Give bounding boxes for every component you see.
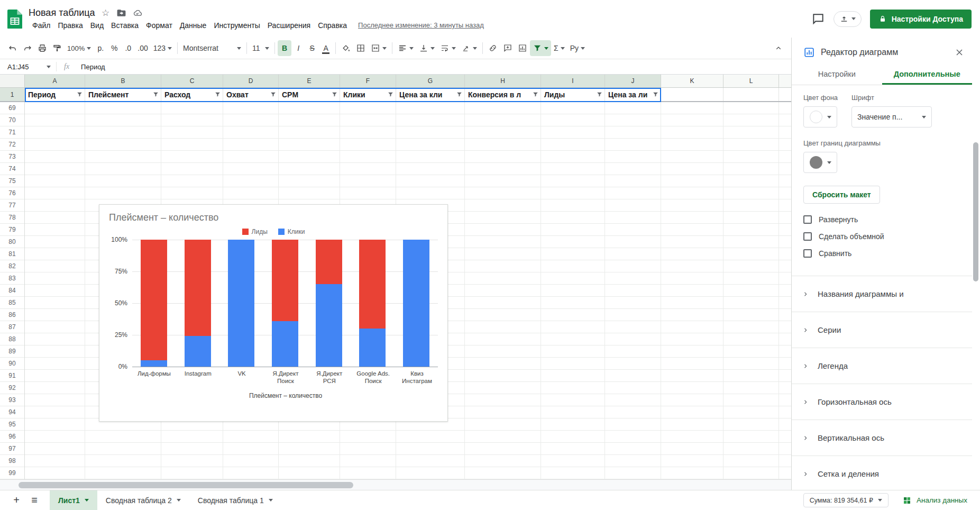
filter-funnel-icon[interactable] <box>152 91 159 98</box>
merge-cells-dropdown[interactable] <box>368 40 389 56</box>
column-header-E[interactable]: E <box>279 75 340 87</box>
legend-item[interactable]: Клики <box>278 228 305 235</box>
section-Названия диаграммы и[interactable]: Названия диаграммы и <box>792 276 972 312</box>
filter-button[interactable] <box>530 40 551 56</box>
bar-Я.Директ-РСЯ[interactable] <box>316 240 342 367</box>
row-header-83[interactable]: 83 <box>0 272 24 285</box>
column-header-L[interactable]: L <box>723 75 779 87</box>
sum-status-dropdown[interactable]: Сумма: 819 354,61 ₽ <box>803 493 889 507</box>
filter-funnel-icon[interactable] <box>652 91 659 98</box>
column-header-I[interactable]: I <box>541 75 605 87</box>
menu-item[interactable]: Расширения <box>264 20 314 31</box>
header-cell[interactable]: Конверсия в л <box>465 88 541 101</box>
collapse-toolbar-icon[interactable] <box>771 40 786 56</box>
last-edit-link[interactable]: Последнее изменение: 3 минуты назад <box>358 21 484 29</box>
column-header-J[interactable]: J <box>605 75 661 87</box>
undo-button[interactable] <box>5 40 20 56</box>
all-sheets-menu-icon[interactable]: ≡ <box>25 493 43 508</box>
row-header-70[interactable]: 70 <box>0 114 24 126</box>
text-color-button[interactable]: A <box>319 40 333 56</box>
chart-font-dropdown[interactable]: Значение п... <box>851 106 932 128</box>
decrease-decimal-button[interactable]: .0 <box>121 40 135 56</box>
print-button[interactable] <box>35 40 50 56</box>
insert-chart-button[interactable] <box>515 40 530 56</box>
fill-color-button[interactable] <box>338 40 353 56</box>
menu-item[interactable]: Данные <box>176 20 210 31</box>
bar-Квиз-Инстаграм[interactable] <box>403 240 429 367</box>
reset-layout-button[interactable]: Сбросить макет <box>803 186 880 204</box>
cloud-saved-icon[interactable] <box>132 7 143 18</box>
document-title[interactable]: Новая таблица <box>29 7 95 19</box>
section-Легенда[interactable]: Легенда <box>792 348 972 384</box>
row-header-75[interactable]: 75 <box>0 175 24 187</box>
comment-history-icon[interactable] <box>811 12 825 26</box>
column-header-B[interactable]: B <box>85 75 161 87</box>
paint-format-button[interactable] <box>50 40 65 56</box>
explore-button[interactable]: Анализ данных <box>897 493 973 508</box>
row-header-85[interactable]: 85 <box>0 297 24 309</box>
column-header-F[interactable]: F <box>340 75 396 87</box>
row-header-94[interactable]: 94 <box>0 406 24 418</box>
present-to-meet-button[interactable] <box>834 11 862 27</box>
menu-item[interactable]: Справка <box>314 20 351 31</box>
row-header-91[interactable]: 91 <box>0 370 24 382</box>
move-to-folder-icon[interactable] <box>116 7 127 18</box>
row-header-80[interactable]: 80 <box>0 236 24 248</box>
row-header-99[interactable]: 99 <box>0 467 24 479</box>
checkbox-box[interactable] <box>803 232 812 241</box>
filter-funnel-icon[interactable] <box>331 91 338 98</box>
text-rotation-dropdown[interactable] <box>459 40 480 56</box>
tab-Дополнительные[interactable]: Дополнительные <box>882 64 973 85</box>
menu-item[interactable]: Вид <box>87 20 107 31</box>
strikethrough-button[interactable]: S <box>305 40 319 56</box>
input-tools-dropdown[interactable]: Ру <box>567 40 588 56</box>
bold-button[interactable]: B <box>278 40 291 56</box>
zoom-dropdown[interactable]: 100% <box>65 40 94 56</box>
redo-button[interactable] <box>20 40 35 56</box>
share-button[interactable]: Настройки Доступа <box>870 10 972 29</box>
sheet-tab-caret-icon[interactable] <box>177 499 181 502</box>
sheet-tab-caret-icon[interactable] <box>85 499 89 502</box>
menu-item[interactable]: Правка <box>54 20 86 31</box>
row-header-89[interactable]: 89 <box>0 345 24 358</box>
horizontal-align-dropdown[interactable] <box>395 40 416 56</box>
sheet-tab-caret-icon[interactable] <box>269 499 273 502</box>
section-Вертикальная ось[interactable]: Вертикальная ось <box>792 420 972 456</box>
filter-funnel-icon[interactable] <box>76 91 83 98</box>
panel-scrollbar-thumb[interactable] <box>973 142 978 281</box>
select-all-corner[interactable] <box>0 75 25 87</box>
add-sheet-button[interactable]: + <box>7 493 25 508</box>
section-Горизонтальная ось[interactable]: Горизонтальная ось <box>792 384 972 420</box>
bar-VK[interactable] <box>228 240 254 367</box>
font-size-dropdown[interactable]: 11 <box>250 40 272 56</box>
row-header-72[interactable]: 72 <box>0 139 24 151</box>
filter-funnel-icon[interactable] <box>596 91 603 98</box>
row-header-76[interactable]: 76 <box>0 187 24 199</box>
checkbox-Сделать объемной[interactable]: Сделать объемной <box>803 232 964 241</box>
increase-decimal-button[interactable]: .00 <box>135 40 150 56</box>
sheet-tab-Сводная таблица 2[interactable]: Сводная таблица 2 <box>97 490 189 510</box>
name-box[interactable]: A1:J45 <box>0 59 56 74</box>
bg-color-dropdown[interactable] <box>803 106 837 128</box>
filter-funnel-icon[interactable] <box>456 91 463 98</box>
horizontal-scrollbar-thumb[interactable] <box>19 482 353 488</box>
insert-comment-button[interactable] <box>500 40 515 56</box>
row-header-1[interactable]: 1 <box>0 88 25 101</box>
header-cell[interactable]: Клики <box>340 88 396 101</box>
horizontal-scrollbar[interactable] <box>0 479 791 490</box>
row-header-86[interactable]: 86 <box>0 309 24 321</box>
row-header-71[interactable]: 71 <box>0 126 24 139</box>
sheets-logo-icon[interactable] <box>7 10 22 29</box>
row-header-97[interactable]: 97 <box>0 443 24 455</box>
legend-item[interactable]: Лиды <box>242 228 268 235</box>
functions-dropdown[interactable]: Σ <box>551 40 567 56</box>
italic-button[interactable]: I <box>291 40 305 56</box>
sheet-tab-Сводная таблица 1[interactable]: Сводная таблица 1 <box>189 490 281 510</box>
bar-Google Ads.-Поиск[interactable] <box>359 240 386 367</box>
row-header-90[interactable]: 90 <box>0 358 24 370</box>
sheet-tab-Лист1[interactable]: Лист1 <box>50 490 97 510</box>
bar-Instagram[interactable] <box>185 240 211 367</box>
header-cell-empty[interactable] <box>723 88 779 101</box>
vertical-align-dropdown[interactable] <box>416 40 437 56</box>
column-header-A[interactable]: A <box>25 75 85 87</box>
